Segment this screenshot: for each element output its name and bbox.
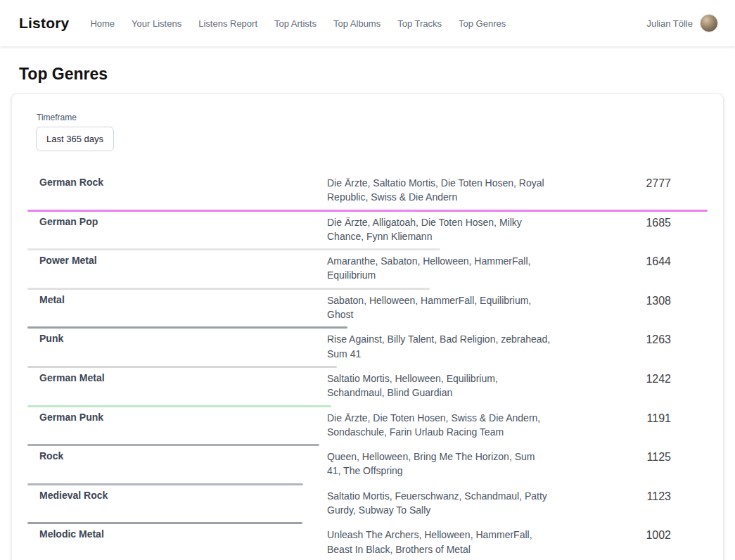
genre-count: 1191 (551, 411, 708, 425)
genre-artists: Die Ärzte, Die Toten Hosen, Swiss & Die … (327, 411, 551, 440)
nav-item-listens-report[interactable]: Listens Report (198, 18, 257, 29)
genre-name: German Metal (27, 371, 327, 386)
genre-row[interactable]: Power Metal Amaranthe, Sabaton, Hellowee… (27, 250, 708, 290)
genre-name: Power Metal (27, 254, 327, 268)
genre-artists: Queen, Helloween, Bring Me The Horizon, … (327, 450, 551, 478)
genre-count: 1644 (551, 254, 708, 268)
genre-count: 1685 (551, 215, 708, 229)
nav-item-your-listens[interactable]: Your Listens (132, 18, 181, 29)
genre-row[interactable]: German Rock Die Ärzte, Saltatio Mortis, … (27, 172, 708, 212)
genre-row[interactable]: Melodic Metal Unleash The Archers, Hello… (27, 524, 708, 560)
genre-count: 2777 (551, 176, 708, 190)
genre-name: Metal (27, 293, 327, 307)
timeframe-select[interactable]: Last 365 days (36, 127, 114, 151)
genre-name: Medieval Rock (27, 489, 327, 503)
genre-name: Melodic Metal (27, 528, 327, 542)
genre-name: German Punk (27, 411, 327, 425)
genre-count: 1002 (551, 528, 708, 542)
genre-artists: Amaranthe, Sabaton, Helloween, HammerFal… (327, 254, 551, 283)
genre-name: Punk (27, 332, 327, 346)
genre-row[interactable]: Rock Queen, Helloween, Bring Me The Hori… (27, 446, 708, 485)
genre-row[interactable]: Metal Sabaton, Helloween, HammerFall, Eq… (27, 290, 708, 329)
genre-count: 1123 (551, 489, 708, 503)
genre-table-body: German Rock Die Ärzte, Saltatio Mortis, … (27, 172, 708, 560)
genre-row[interactable]: German Pop Die Ärzte, Alligatoah, Die To… (27, 212, 708, 251)
nav-item-top-genres[interactable]: Top Genres (459, 18, 506, 29)
genre-row[interactable]: German Metal Saltatio Mortis, Helloween,… (27, 368, 708, 407)
genre-row[interactable]: German Punk Die Ärzte, Die Toten Hosen, … (27, 407, 708, 447)
user-menu[interactable]: Julian Tölle (646, 14, 718, 32)
genre-name: Rock (27, 450, 327, 464)
user-name: Julian Tölle (646, 18, 693, 29)
genre-artists: Saltatio Mortis, Helloween, Equilibrium,… (327, 371, 551, 400)
main-nav: HomeYour ListensListens ReportTop Artist… (90, 18, 523, 29)
genre-count: 1263 (551, 332, 708, 346)
page-title: Top Genres (19, 65, 735, 84)
genre-artists: Die Ärzte, Saltatio Mortis, Die Toten Ho… (327, 176, 551, 205)
nav-item-top-tracks[interactable]: Top Tracks (397, 18, 442, 29)
user-avatar[interactable] (700, 14, 718, 32)
genre-artists: Saltatio Mortis, Feuerschwanz, Schandmau… (327, 489, 551, 518)
genre-name: German Rock (27, 176, 327, 190)
timeframe-label: Timeframe (37, 113, 708, 122)
genre-count: 1242 (551, 371, 708, 386)
nav-item-top-artists[interactable]: Top Artists (274, 18, 317, 29)
genre-artists: Unleash The Archers, Helloween, HammerFa… (327, 528, 551, 556)
genre-artists: Rise Against, Billy Talent, Bad Religion… (327, 332, 551, 361)
nav-item-home[interactable]: Home (90, 18, 115, 29)
nav-item-top-albums[interactable]: Top Albums (333, 18, 381, 29)
genre-count: 1308 (551, 293, 708, 307)
genre-row[interactable]: Punk Rise Against, Billy Talent, Bad Rel… (27, 329, 708, 368)
genres-card: Timeframe Last 365 days German Rock Die … (11, 94, 724, 560)
genre-artists: Die Ärzte, Alligatoah, Die Toten Hosen, … (327, 215, 551, 244)
genre-name: German Pop (27, 215, 327, 229)
top-navbar: Listory HomeYour ListensListens ReportTo… (0, 0, 735, 46)
app-logo[interactable]: Listory (19, 15, 69, 32)
genre-row[interactable]: Medieval Rock Saltatio Mortis, Feuerschw… (27, 485, 708, 525)
genre-count: 1125 (551, 450, 708, 464)
genre-artists: Sabaton, Helloween, HammerFall, Equilibr… (327, 293, 551, 322)
